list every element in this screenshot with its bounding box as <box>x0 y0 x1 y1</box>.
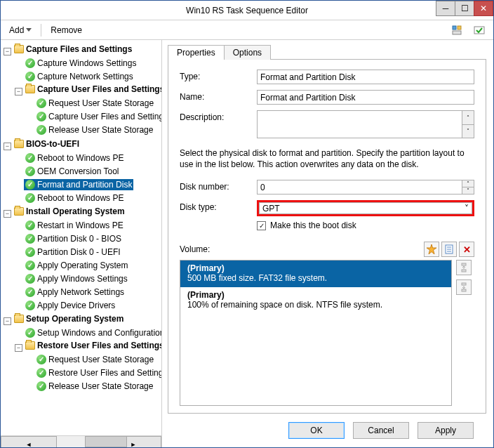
tree-node[interactable]: ✓Request User State Storage <box>35 354 155 365</box>
volume-item[interactable]: (Primary)100% of remaining space on disk… <box>180 287 451 314</box>
tree-node[interactable]: ✓Format and Partition Disk <box>24 179 133 190</box>
tree-node[interactable]: ✓Setup Windows and Configuration <box>24 327 161 338</box>
tree-node-label: Apply Operating System <box>37 260 128 271</box>
tree-node[interactable]: Capture User Files and Settings <box>24 84 161 95</box>
tree-node[interactable]: Capture Files and Settings <box>13 44 133 55</box>
task-sequence-tree[interactable]: −Capture Files and Settings✓Capture Wind… <box>1 40 161 435</box>
toolbar-separator <box>41 24 41 37</box>
tree-node[interactable]: ✓Release User State Storage <box>35 381 154 392</box>
tree-node-label: Release User State Storage <box>48 381 153 392</box>
tree-spacer <box>15 327 22 335</box>
tab-strip: Properties Options <box>168 44 486 59</box>
tree-node[interactable]: ✓Capture Windows Settings <box>24 58 138 69</box>
scroll-track[interactable] <box>57 436 105 447</box>
tree-node[interactable]: ✓Request User State Storage <box>35 98 155 109</box>
disk-type-dropdown[interactable]: GPT ˅ <box>259 202 472 214</box>
tab-options[interactable]: Options <box>224 45 271 60</box>
horizontal-scrollbar[interactable]: ◄ ► <box>1 435 161 447</box>
tree-node[interactable]: ✓Restart in Windows PE <box>24 220 125 231</box>
cancel-button[interactable]: Cancel <box>353 422 409 439</box>
expander-icon[interactable]: − <box>4 317 11 325</box>
tree-node[interactable]: ✓Release User State Storage <box>35 124 154 136</box>
name-field[interactable] <box>257 90 474 105</box>
tree-node[interactable]: ✓Capture User Files and Settings <box>35 111 161 122</box>
volume-properties-button[interactable] <box>441 242 457 257</box>
dropdown-caret-icon <box>26 28 32 32</box>
svg-rect-2 <box>453 31 461 34</box>
tree-node[interactable]: ✓Apply Windows Settings <box>24 273 129 284</box>
tree-node[interactable]: ✓Apply Operating System <box>24 260 129 271</box>
tab-body: Type: Name: Description: ˄ ˅ <box>168 59 486 414</box>
tree-node-label: Capture User Files and Settings <box>48 111 161 122</box>
tree-node[interactable]: ✓Reboot to Windows PE <box>24 192 125 204</box>
tree-node-label: Capture Network Settings <box>37 71 133 82</box>
description-label: Description: <box>180 110 257 122</box>
tree-node-label: Partition Disk 0 - BIOS <box>37 233 121 244</box>
tree-node[interactable]: BIOS-to-UEFI <box>13 138 81 150</box>
minimize-button[interactable]: ─ <box>436 1 455 16</box>
tree-node-label: Install Operating System <box>26 206 125 217</box>
volume-item[interactable]: (Primary)500 MB fixed size. FAT32 file s… <box>180 261 451 287</box>
tree-node[interactable]: ✓Apply Network Settings <box>24 286 126 298</box>
tree-node-label: Restore User Files and Settings <box>48 367 161 378</box>
maximize-button[interactable]: ☐ <box>455 1 474 16</box>
expander-icon[interactable]: − <box>4 48 11 55</box>
check-icon: ✓ <box>36 125 46 135</box>
tree-spacer <box>26 111 34 119</box>
disk-number-field[interactable] <box>257 180 462 195</box>
boot-disk-checkbox[interactable]: ✓ <box>257 221 266 230</box>
expander-icon[interactable]: − <box>15 88 22 95</box>
tree-node[interactable]: ✓Partition Disk 0 - BIOS <box>24 233 123 244</box>
tree-node[interactable]: ✓Reboot to Windows PE <box>24 152 125 164</box>
titlebar[interactable]: Win10 RS Task Sequence Editor ─ ☐ ✕ <box>1 1 493 20</box>
expander-icon[interactable]: − <box>4 143 11 150</box>
add-button[interactable]: Add <box>5 24 36 37</box>
check-icon: ✓ <box>25 274 35 284</box>
new-volume-button[interactable] <box>424 242 439 257</box>
tree-node-label: Request User State Storage <box>48 354 154 365</box>
content-body: −Capture Files and Settings✓Capture Wind… <box>1 40 493 447</box>
toolbar-action-1[interactable] <box>447 23 467 37</box>
volume-move-down-button[interactable] <box>456 279 472 295</box>
volume-move-up-button[interactable] <box>456 260 472 275</box>
tree-node-label: Restart in Windows PE <box>37 220 124 231</box>
toolbar-action-2[interactable] <box>469 23 489 37</box>
tab-properties[interactable]: Properties <box>168 45 225 60</box>
tree-node[interactable]: ✓Apply Device Drivers <box>24 300 116 311</box>
chevron-down-icon: ˅ <box>465 204 469 213</box>
tree-node[interactable]: Restore User Files and Settings <box>24 340 161 351</box>
scroll-left-button[interactable]: ◄ <box>1 436 57 447</box>
dialog-footer: OK Cancel Apply <box>168 414 486 447</box>
tree-node-label: Setup Windows and Configuration <box>37 327 161 338</box>
tree-node[interactable]: Install Operating System <box>13 206 126 217</box>
volume-side-buttons <box>456 260 474 406</box>
window-title: Win10 RS Task Sequence Editor <box>1 6 493 15</box>
close-button[interactable]: ✕ <box>474 1 493 16</box>
description-field[interactable] <box>257 110 462 138</box>
tree-node-label: BIOS-to-UEFI <box>26 138 79 150</box>
tree-pane: −Capture Files and Settings✓Capture Wind… <box>1 40 162 447</box>
tree-spacer <box>26 354 34 362</box>
description-scroll[interactable]: ˄ ˅ <box>462 110 474 138</box>
spin-up-icon[interactable]: ˄ <box>462 180 474 187</box>
ok-button[interactable]: OK <box>288 422 345 439</box>
tree-node[interactable]: ✓Capture Network Settings <box>24 71 135 82</box>
disk-number-spinner[interactable]: ˄ ˅ <box>462 180 474 195</box>
scroll-down-icon[interactable]: ˅ <box>462 125 474 138</box>
check-icon: ✓ <box>36 355 46 364</box>
tree-node[interactable]: ✓Restore User Files and Settings <box>35 367 161 378</box>
expander-icon[interactable]: − <box>15 344 22 352</box>
apply-button[interactable]: Apply <box>418 422 474 439</box>
spin-down-icon[interactable]: ˅ <box>462 187 474 194</box>
svg-rect-9 <box>462 263 466 265</box>
volume-list[interactable]: (Primary)500 MB fixed size. FAT32 file s… <box>180 260 452 406</box>
tree-node[interactable]: Setup Operating System <box>13 313 125 324</box>
expander-icon[interactable]: − <box>4 210 11 218</box>
delete-volume-button[interactable]: ✕ <box>459 242 474 257</box>
scroll-up-icon[interactable]: ˄ <box>462 111 474 125</box>
remove-button[interactable]: Remove <box>46 24 86 37</box>
tree-node[interactable]: ✓OEM Conversion Tool <box>24 166 121 177</box>
svg-rect-1 <box>458 26 461 29</box>
scroll-thumb[interactable] <box>85 436 127 447</box>
tree-node[interactable]: ✓Partition Disk 0 - UEFI <box>24 246 122 258</box>
